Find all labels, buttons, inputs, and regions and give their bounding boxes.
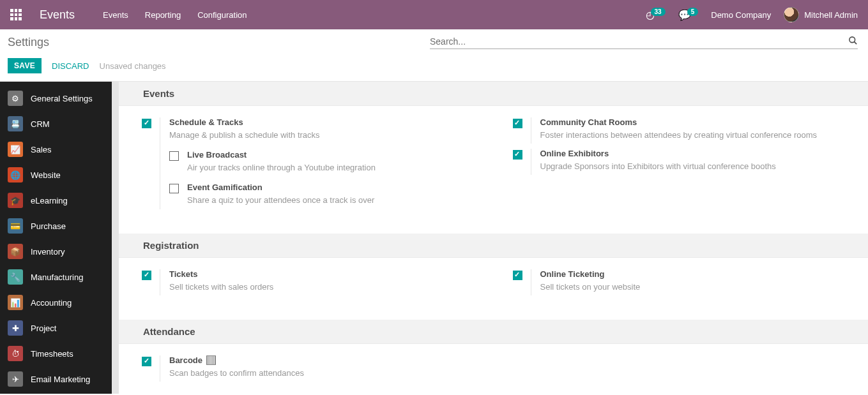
nav-link-reporting[interactable]: Reporting bbox=[145, 10, 181, 20]
sidebar-item-label: Timesheets bbox=[31, 349, 73, 359]
sidebar-icon: 💳 bbox=[8, 218, 23, 234]
status-text: Unsaved changes bbox=[100, 61, 166, 71]
sidebar-item-label: CRM bbox=[31, 119, 50, 129]
sidebar-icon: 📊 bbox=[8, 295, 23, 310]
setting-title: Barcode bbox=[169, 355, 475, 365]
sidebar-icon: 📈 bbox=[8, 142, 23, 157]
sidebar-item-email-marketing[interactable]: ✈Email Marketing bbox=[0, 366, 112, 392]
search-icon[interactable] bbox=[848, 36, 858, 47]
sidebar-item-timesheets[interactable]: ⏱Timesheets bbox=[0, 341, 112, 366]
sidebar-icon: ✚ bbox=[8, 320, 23, 336]
nav-links: Events Reporting Configuration bbox=[103, 10, 247, 20]
sidebar-item-label: Email Marketing bbox=[31, 375, 90, 384]
sidebar-item-website[interactable]: 🌐Website bbox=[0, 162, 112, 188]
top-navbar: Events Events Reporting Configuration ◴ … bbox=[0, 0, 868, 29]
setting-title: Community Chat Rooms bbox=[540, 117, 846, 127]
sidebar-item-project[interactable]: ✚Project bbox=[0, 315, 112, 341]
sidebar-item-label: Manufacturing bbox=[31, 272, 83, 282]
apps-icon[interactable] bbox=[10, 9, 22, 20]
svg-line-1 bbox=[854, 41, 857, 44]
sidebar-icon: ✈ bbox=[8, 371, 23, 387]
setting-desc: Sell tickets on your website bbox=[540, 281, 846, 293]
sidebar-item-label: Accounting bbox=[31, 298, 72, 308]
checkbox-event-gamification[interactable] bbox=[169, 184, 179, 193]
app-brand[interactable]: Events bbox=[40, 8, 75, 22]
main-area: ⚙General Settings📇CRM📈Sales🌐Website🎓eLea… bbox=[0, 82, 868, 394]
nav-link-configuration[interactable]: Configuration bbox=[197, 10, 247, 20]
sidebar-item-elearning[interactable]: 🎓eLearning bbox=[0, 188, 112, 213]
settings-content: Events Schedule & Tracks Manage & publis… bbox=[119, 82, 868, 394]
save-button[interactable]: SAVE bbox=[8, 58, 42, 73]
user-menu[interactable]: Mitchell Admin bbox=[784, 7, 858, 22]
setting-online-exhibitors: Online Exhibitors Upgrade Sponsors into … bbox=[513, 149, 846, 175]
setting-barcode: Barcode Scan badges to confirm attendanc… bbox=[142, 355, 475, 382]
setting-desc: Upgrade Sponsors into Exhibitors with vi… bbox=[540, 161, 846, 172]
setting-tickets: Tickets Sell tickets with sales orders bbox=[142, 269, 475, 295]
setting-online-ticketing: Online Ticketing Sell tickets on your we… bbox=[513, 269, 846, 295]
setting-live-broadcast: Live Broadcast Air your tracks online th… bbox=[169, 150, 475, 174]
setting-desc: Foster interactions between attendees by… bbox=[540, 130, 846, 141]
setting-schedule-tracks: Schedule & Tracks Manage & publish a sch… bbox=[142, 117, 475, 209]
setting-community-chat-rooms: Community Chat Rooms Foster interactions… bbox=[513, 117, 846, 144]
messaging-button[interactable]: 💬 5 bbox=[678, 9, 699, 21]
sidebar-icon: 📇 bbox=[8, 116, 23, 131]
setting-title: Online Ticketing bbox=[540, 269, 846, 279]
setting-title: Online Exhibitors bbox=[540, 149, 846, 158]
sidebar-item-label: Project bbox=[31, 324, 56, 333]
sidebar-icon: ⚙ bbox=[8, 91, 23, 106]
sidebar-item-inventory[interactable]: 📦Inventory bbox=[0, 239, 112, 264]
setting-desc: Scan badges to confirm attendances bbox=[169, 368, 475, 379]
setting-desc: Sell tickets with sales orders bbox=[169, 281, 475, 293]
checkbox-live-broadcast[interactable] bbox=[169, 151, 179, 161]
setting-event-gamification: Event Gamification Share a quiz to your … bbox=[169, 183, 475, 206]
sidebar-item-label: Website bbox=[31, 170, 61, 180]
checkbox-barcode[interactable] bbox=[142, 357, 151, 366]
setting-title: Event Gamification bbox=[187, 183, 475, 192]
sidebar-item-label: General Settings bbox=[31, 94, 93, 103]
setting-desc: Manage & publish a schedule with tracks bbox=[169, 130, 475, 141]
sidebar-item-label: Purchase bbox=[31, 221, 66, 231]
section-header-registration: Registration bbox=[119, 234, 868, 258]
search-input[interactable] bbox=[430, 36, 848, 47]
setting-desc: Share a quiz to your attendees once a tr… bbox=[187, 195, 475, 206]
setting-desc: Air your tracks online through a Youtube… bbox=[187, 162, 475, 174]
sidebar-item-manufacturing[interactable]: 🔧Manufacturing bbox=[0, 264, 112, 290]
nav-right: ◴ 33 💬 5 Demo Company Mitchell Admin bbox=[646, 7, 858, 22]
company-switcher[interactable]: Demo Company bbox=[711, 10, 771, 20]
avatar bbox=[784, 7, 799, 22]
sidebar-icon: 📦 bbox=[8, 244, 23, 259]
sidebar-item-crm[interactable]: 📇CRM bbox=[0, 111, 112, 137]
control-panel: Settings SAVE DISCARD Unsaved changes bbox=[0, 29, 868, 82]
sidebar-icon: 🌐 bbox=[8, 167, 23, 183]
sidebar-icon: 🎓 bbox=[8, 193, 23, 208]
nav-link-events[interactable]: Events bbox=[103, 10, 128, 20]
setting-title: Live Broadcast bbox=[187, 150, 475, 160]
sidebar-item-label: Sales bbox=[31, 145, 52, 154]
sidebar-item-sales[interactable]: 📈Sales bbox=[0, 137, 112, 162]
page-title: Settings bbox=[8, 36, 49, 49]
section-header-attendance: Attendance bbox=[119, 320, 868, 344]
sidebar-item-label: eLearning bbox=[31, 196, 68, 205]
checkbox-schedule-tracks[interactable] bbox=[142, 119, 151, 128]
barcode-icon bbox=[206, 355, 216, 365]
sidebar-item-label: Inventory bbox=[31, 247, 65, 257]
setting-title-text: Barcode bbox=[169, 355, 202, 365]
search-bar[interactable] bbox=[430, 36, 858, 49]
sidebar-item-general-settings[interactable]: ⚙General Settings bbox=[0, 86, 112, 111]
sidebar-item-purchase[interactable]: 💳Purchase bbox=[0, 213, 112, 239]
sidebar-icon: 🔧 bbox=[8, 269, 23, 285]
discard-button[interactable]: DISCARD bbox=[52, 61, 89, 71]
checkbox-online-exhibitors[interactable] bbox=[513, 150, 522, 160]
checkbox-online-ticketing[interactable] bbox=[513, 271, 522, 280]
activity-button[interactable]: ◴ 33 bbox=[646, 9, 666, 21]
checkbox-community-chat-rooms[interactable] bbox=[513, 119, 522, 128]
sidebar-scrollbar[interactable] bbox=[112, 82, 119, 394]
activity-badge: 33 bbox=[651, 8, 666, 16]
sidebar-item-accounting[interactable]: 📊Accounting bbox=[0, 290, 112, 315]
section-header-events: Events bbox=[119, 82, 868, 106]
checkbox-tickets[interactable] bbox=[142, 271, 151, 280]
settings-sidebar: ⚙General Settings📇CRM📈Sales🌐Website🎓eLea… bbox=[0, 82, 112, 394]
svg-point-0 bbox=[849, 37, 855, 43]
user-name: Mitchell Admin bbox=[804, 10, 858, 20]
setting-title: Tickets bbox=[169, 269, 475, 279]
